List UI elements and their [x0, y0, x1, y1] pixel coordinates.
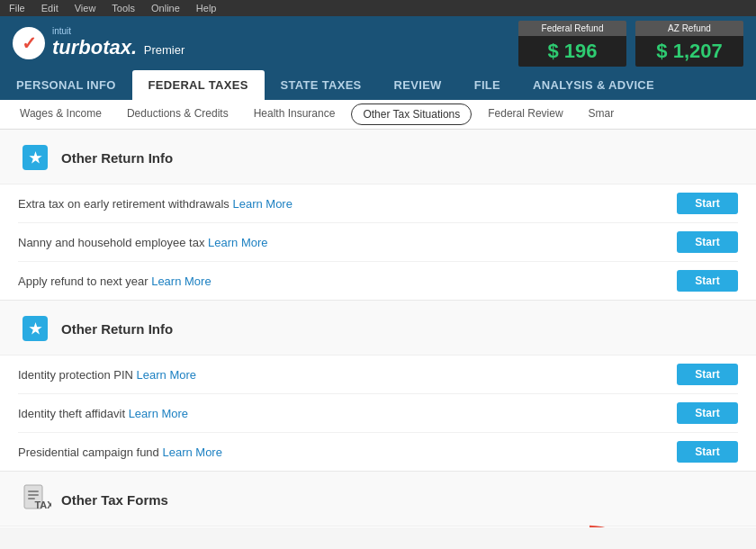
menu-online[interactable]: Online [149, 2, 182, 14]
sub-tab-smart[interactable]: Smar [576, 100, 627, 129]
menu-tools[interactable]: Tools [110, 2, 137, 14]
az-refund-box: AZ Refund $ 1,207 [635, 21, 743, 67]
menu-help[interactable]: Help [194, 2, 219, 14]
table-row: Amend a return Learn MoreStart [18, 526, 738, 527]
table-row: Presidential campaign fund Learn MoreSta… [18, 433, 738, 471]
row-text-0: Identity protection PIN Learn More [18, 368, 196, 382]
section-header-other-return-info: ★Other Return Info [0, 130, 756, 184]
section-header-other-tax-forms: TAXOther Tax Forms [0, 472, 756, 526]
start-button-0[interactable]: Start [677, 364, 738, 385]
refund-area: Federal Refund $ 196 AZ Refund $ 1,207 [518, 21, 743, 67]
menu-bar: File Edit View Tools Online Help [0, 0, 756, 16]
document-icon: TAX [18, 482, 52, 517]
section-rows-other-return-info-2: Identity protection PIN Learn MoreStartI… [0, 356, 756, 471]
row-text-0: Extra tax on early retirement withdrawal… [18, 197, 292, 211]
section-other-tax-forms: TAXOther Tax FormsAmend a return Learn M… [0, 472, 756, 527]
az-refund-amount: $ 1,207 [635, 36, 743, 67]
row-text-2: Apply refund to next year Learn More [18, 274, 212, 288]
row-text-1: Identity theft affidavit Learn More [18, 407, 188, 420]
sub-tab-other-tax-situations[interactable]: Other Tax Situations [351, 104, 472, 125]
learn-more-link-0[interactable]: Learn More [232, 197, 292, 211]
learn-more-link-2[interactable]: Learn More [151, 274, 211, 288]
sub-tab-health-insurance[interactable]: Health Insurance [241, 100, 348, 129]
start-button-1[interactable]: Start [677, 402, 738, 424]
az-refund-label: AZ Refund [635, 21, 743, 36]
section-rows-other-tax-forms: Amend a return Learn MoreStartFile an ex… [0, 526, 756, 527]
app-header: ✓ intuit turbotax. Premier Federal Refun… [0, 16, 756, 70]
federal-refund-amount: $ 196 [518, 36, 626, 67]
logo-area: ✓ intuit turbotax. Premier [13, 27, 184, 59]
section-other-return-info: ★Other Return InfoExtra tax on early ret… [0, 130, 756, 301]
menu-file[interactable]: File [7, 2, 27, 14]
section-rows-other-return-info: Extra tax on early retirement withdrawal… [0, 184, 756, 300]
learn-more-link-1[interactable]: Learn More [129, 407, 188, 420]
logo-brand-text: turbotax. [52, 36, 137, 58]
row-text-1: Nanny and household employee tax Learn M… [18, 236, 268, 249]
logo-icon: ✓ [13, 27, 45, 59]
main-tab-federal-taxes[interactable]: FEDERAL TAXES [132, 70, 265, 100]
logo-product-text: Premier [144, 43, 185, 57]
start-button-2[interactable]: Start [677, 270, 738, 292]
sub-navigation: Wages & IncomeDeductions & CreditsHealth… [0, 100, 756, 130]
svg-text:★: ★ [29, 150, 42, 166]
table-row: Apply refund to next year Learn MoreStar… [18, 262, 738, 300]
table-row: Identity theft affidavit Learn MoreStart [18, 394, 738, 433]
section-title-other-return-info-2: Other Return Info [61, 321, 173, 337]
federal-refund-box: Federal Refund $ 196 [518, 21, 626, 67]
main-tab-file[interactable]: FILE [458, 70, 517, 100]
svg-rect-5 [28, 490, 39, 492]
start-button-1[interactable]: Start [677, 231, 738, 253]
logo-text-area: intuit turbotax. Premier [52, 27, 184, 59]
main-tab-state-taxes[interactable]: STATE TAXES [265, 70, 378, 100]
section-header-other-return-info-2: ★Other Return Info [0, 301, 756, 356]
logo-checkmark: ✓ [22, 32, 37, 54]
table-row: Extra tax on early retirement withdrawal… [18, 184, 738, 223]
learn-more-link-1[interactable]: Learn More [208, 236, 267, 249]
menu-view[interactable]: View [73, 2, 98, 14]
table-row: Identity protection PIN Learn MoreStart [18, 356, 738, 394]
table-row: Nanny and household employee tax Learn M… [18, 223, 738, 262]
section-title-other-return-info: Other Return Info [61, 150, 173, 166]
start-button-2[interactable]: Start [677, 441, 738, 463]
main-tab-personal-info[interactable]: PERSONAL INFO [0, 70, 132, 100]
section-other-return-info-2: ★Other Return InfoIdentity protection PI… [0, 301, 756, 472]
main-tab-review[interactable]: REVIEW [378, 70, 458, 100]
row-text-2: Presidential campaign fund Learn More [18, 446, 222, 459]
start-button-0[interactable]: Start [677, 193, 738, 214]
learn-more-link-0[interactable]: Learn More [137, 368, 196, 382]
menu-edit[interactable]: Edit [40, 2, 60, 14]
federal-refund-label: Federal Refund [518, 21, 626, 36]
svg-text:★: ★ [29, 321, 42, 337]
learn-more-link-2[interactable]: Learn More [162, 446, 221, 459]
logo-intuit-text: intuit [52, 27, 184, 36]
sub-tab-wages-income[interactable]: Wages & Income [7, 100, 114, 129]
content-area: ★Other Return InfoExtra tax on early ret… [0, 130, 756, 527]
sub-tab-federal-review[interactable]: Federal Review [475, 100, 575, 129]
section-title-other-tax-forms: Other Tax Forms [61, 492, 168, 508]
main-navigation: PERSONAL INFOFEDERAL TAXESSTATE TAXESREV… [0, 70, 756, 100]
svg-rect-6 [28, 494, 39, 496]
svg-text:TAX: TAX [34, 500, 51, 510]
shield-icon: ★ [18, 140, 52, 175]
shield-icon: ★ [18, 311, 52, 346]
sub-tab-deductions-credits[interactable]: Deductions & Credits [114, 100, 241, 129]
main-tab-analysis-advice[interactable]: ANALYSIS & ADVICE [517, 70, 670, 100]
